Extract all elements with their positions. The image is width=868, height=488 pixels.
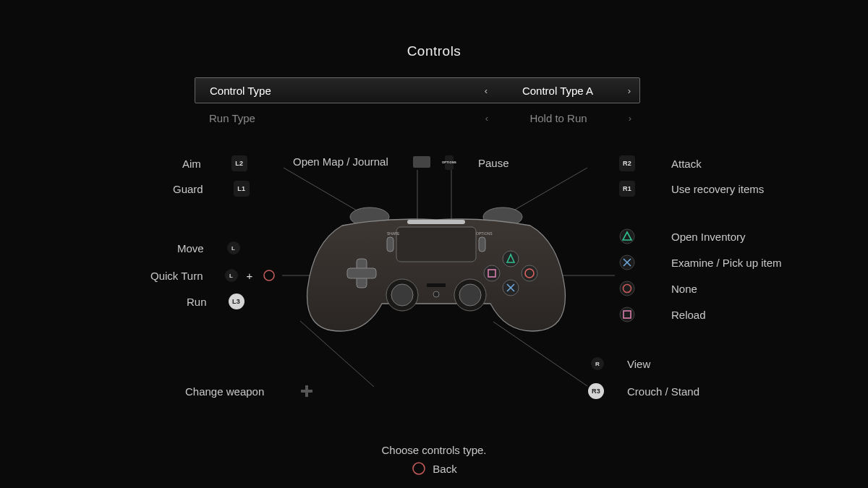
map-square: Reload [619,307,706,322]
triangle-button-icon [619,228,635,244]
svg-rect-11 [407,220,465,224]
map-run-label: Run [187,296,207,308]
settings-selectors: Control Type ‹ Control Type A › Run Type… [195,77,640,131]
page-title: Controls [0,43,868,59]
map-recovery: R1 Use recovery items [619,181,764,197]
map-circle: None [619,281,697,296]
svg-rect-13 [479,237,485,252]
map-triangle: Open Inventory [619,228,746,244]
map-quickturn: Quick Turn L + [150,267,277,283]
map-aim: Aim L2 [182,155,247,171]
map-changeweapon: Change weapon [185,383,315,399]
options-button-icon: OPTIONS [445,155,454,170]
svg-point-30 [459,284,481,306]
map-guard-label: Guard [173,183,203,195]
map-mapjournal-label: Open Map / Journal [293,155,388,168]
run-type-next[interactable]: › [620,113,640,124]
map-square-label: Reload [671,309,706,321]
circle-button-icon-back [411,461,427,476]
svg-text:SHARE: SHARE [387,231,400,236]
svg-point-41 [620,281,634,296]
back-label: Back [433,463,456,475]
map-changeweapon-label: Change weapon [185,385,264,398]
svg-point-20 [522,265,537,281]
svg-rect-32 [427,283,446,287]
map-view-label: View [627,358,650,370]
run-type-value: Hold to Run [497,112,620,124]
map-pause: OPTIONS Pause [445,155,509,170]
svg-point-45 [413,463,425,474]
map-run: Run L3 [187,294,244,309]
map-circle-label: None [671,283,697,295]
map-pause-label: Pause [478,157,509,169]
map-crouch: R3 Crouch / Stand [588,383,699,399]
controller-graphic: SHARE OPTIONS [302,202,570,347]
svg-rect-17 [347,268,376,278]
svg-point-33 [264,270,274,281]
circle-button-icon [261,267,277,283]
svg-text:OPTIONS: OPTIONS [476,231,493,236]
svg-point-28 [391,284,413,306]
map-guard: Guard L1 [173,181,250,197]
map-recovery-label: Use recovery items [671,183,764,195]
control-type-row[interactable]: Control Type ‹ Control Type A › [195,77,640,103]
control-type-value: Control Type A [496,85,619,97]
map-triangle-label: Open Inventory [671,231,746,243]
touchpad-icon [413,156,430,168]
svg-point-31 [433,291,439,297]
control-type-label: Control Type [195,85,412,97]
l3-icon: L3 [229,294,244,309]
map-cross: Examine / Pick up item [619,254,782,270]
svg-rect-10 [396,227,476,262]
run-type-label: Run Type [195,112,412,124]
square-button-icon [619,307,635,322]
svg-point-19 [484,265,500,281]
r1-icon: R1 [619,181,635,197]
map-move-label: Move [177,242,204,254]
dpad-icon [299,383,315,399]
control-type-next[interactable]: › [619,85,639,96]
run-type-row[interactable]: Run Type ‹ Hold to Run › [195,105,640,131]
footer: Choose controls type. Back [0,444,868,479]
l1-icon: L1 [234,181,250,197]
map-quickturn-label: Quick Turn [150,270,203,282]
control-type-prev[interactable]: ‹ [476,85,496,96]
svg-point-43 [620,307,634,322]
l-stick-icon: L [227,241,240,254]
run-type-prev[interactable]: ‹ [477,113,497,124]
map-view: R View [591,357,650,370]
back-button[interactable]: Back [411,461,456,476]
map-mapjournal: Open Map / Journal [293,155,430,168]
l2-icon: L2 [231,155,247,171]
svg-rect-12 [387,237,393,252]
map-crouch-label: Crouch / Stand [627,385,699,398]
map-attack-label: Attack [671,158,702,170]
r3-icon: R3 [588,383,604,399]
cross-button-icon [619,254,635,270]
map-move: Move L [177,241,240,254]
svg-rect-35 [301,390,312,393]
circle-button-icon-2 [619,281,635,296]
map-cross-label: Examine / Pick up item [671,257,782,269]
map-aim-label: Aim [182,158,201,170]
footer-hint: Choose controls type. [0,444,868,456]
r2-icon: R2 [619,155,635,171]
map-attack: R2 Attack [619,155,702,171]
l-stick-icon-2: L [225,269,238,282]
r-stick-icon: R [591,357,604,370]
